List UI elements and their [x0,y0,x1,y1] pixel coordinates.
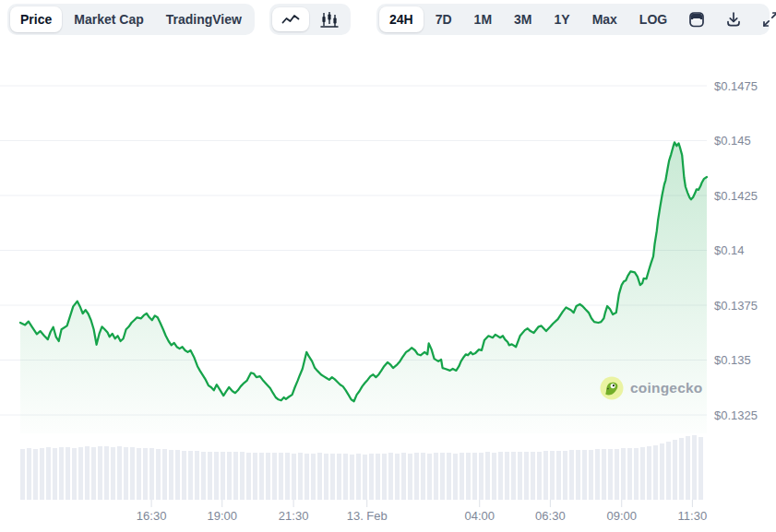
line-chart-button[interactable] [272,7,309,31]
volume-bar [556,451,561,500]
volume-bar [615,449,619,500]
volume-bar [569,450,574,500]
volume-bar [563,451,567,500]
volume-bar [602,449,606,500]
volume-bar [259,453,264,500]
x-axis-label: 16:30 [137,509,167,523]
y-axis-label: $0.135 [714,353,751,367]
volume-bar [692,435,697,500]
volume-bar [363,455,367,500]
expand-button[interactable] [753,6,776,32]
volume-bar [117,446,122,500]
x-axis-label: 19:00 [207,509,237,523]
volume-bar [111,447,115,500]
volume-bar [686,436,690,500]
download-button[interactable] [716,6,751,32]
volume-bar [382,454,387,500]
volume-bar [466,453,471,500]
volume-bar [427,454,432,500]
volume-bar [647,446,651,500]
volume-bar [311,454,316,500]
range-3m[interactable]: 3M [504,6,542,32]
volume-bar [621,448,626,500]
x-axis-label: 09:00 [606,509,637,523]
volume-bar [20,449,25,500]
volume-bar [149,448,154,500]
volume-bar [298,453,303,500]
volume-bar [472,453,477,500]
range-max[interactable]: Max [582,6,627,32]
volume-bar [330,454,335,500]
download-icon [724,10,743,29]
volume-bar [233,452,238,500]
volume-bar [66,447,70,500]
tab-market-cap[interactable]: Market Cap [64,6,153,32]
volume-bar [679,438,684,500]
volume-bar [634,448,639,500]
tab-price[interactable]: Price [10,6,62,32]
volume-bar [376,454,380,500]
calendar-button[interactable] [679,6,714,32]
volume-bar [59,447,64,500]
y-axis-label: $0.1475 [714,79,758,93]
range-log[interactable]: LOG [629,6,677,32]
volume-bar [285,453,290,500]
coingecko-watermark: coingecko [600,376,702,400]
volume-bar [40,448,44,500]
line-chart-icon [281,11,301,28]
volume-bar [498,452,503,500]
volume-bar [124,447,128,500]
x-axis-label: 13. Feb [347,509,388,523]
volume-bar [246,453,251,500]
expand-icon [761,10,776,29]
coingecko-logo-icon [600,376,624,400]
volume-bar [660,443,664,500]
volume-bar [414,453,419,500]
volume-bar [640,447,645,500]
volume-bar [421,453,425,500]
volume-bar [91,447,96,500]
volume-bar [162,449,167,500]
volume-bar [104,446,109,500]
volume-bar [343,454,348,500]
volume-bar [208,452,212,500]
volume-bar [388,453,393,500]
volume-bar [240,452,245,500]
volume-bar [531,452,535,500]
chart-type-toggle [269,4,351,35]
volume-bar [78,447,83,500]
volume-bar [137,448,141,500]
tab-tradingview[interactable]: TradingView [156,6,252,32]
y-axis-label: $0.14 [714,243,745,257]
volume-bar [524,452,529,500]
y-axis-label: $0.145 [714,134,751,148]
y-axis-label: $0.1425 [714,189,758,203]
calendar-icon [687,10,706,29]
candlestick-chart-button[interactable] [311,7,348,31]
volume-bar [195,451,199,500]
volume-bar [460,453,464,500]
volume-bar [479,453,484,500]
price-chart[interactable]: $0.1475$0.145$0.1425$0.14$0.1375$0.135$0… [0,0,776,532]
volume-bar [324,454,328,500]
volume-bar [156,449,161,500]
volume-bar [492,453,496,500]
y-axis-label: $0.1325 [714,408,758,422]
time-range-tabs: 24H 7D 1M 3M 1Y Max LOG [376,4,770,35]
y-axis-label: $0.1375 [714,299,758,313]
volume-bar [485,452,490,500]
range-7d[interactable]: 7D [425,6,462,32]
range-1m[interactable]: 1M [464,6,502,32]
volume-bar [511,452,516,500]
volume-bar [72,448,77,500]
volume-bar [369,454,374,500]
volume-bar [518,452,522,500]
range-24h[interactable]: 24H [379,6,424,32]
volume-bar [698,437,703,500]
volume-bar [317,453,322,500]
range-1y[interactable]: 1Y [544,6,580,32]
volume-bar [221,452,225,500]
volume-bar [627,448,632,500]
volume-bar [653,445,658,500]
volume-bar [401,453,406,500]
